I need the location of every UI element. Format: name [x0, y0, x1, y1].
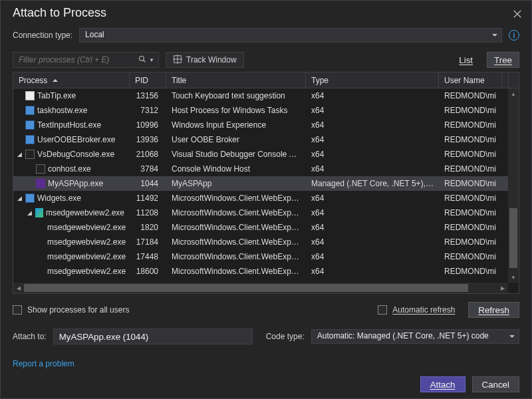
process-type: x64	[306, 91, 439, 100]
list-view-button[interactable]: List	[452, 52, 480, 68]
show-all-users-checkbox[interactable]	[13, 305, 22, 315]
process-pid: 17184	[130, 237, 166, 247]
process-user: REDMOND\mi	[439, 135, 502, 144]
process-row[interactable]: ▶msedgewebview2.exe17184MicrosoftWindows…	[13, 235, 519, 249]
process-name: taskhostw.exe	[37, 106, 87, 115]
process-user: REDMOND\mi	[439, 208, 502, 217]
process-pid: 10996	[130, 120, 166, 130]
tree-view-button[interactable]: Tree	[487, 52, 519, 68]
grid-body[interactable]: ▶TabTip.exe13156Touch Keyboard text sugg…	[13, 88, 519, 293]
process-name: TabTip.exe	[37, 91, 76, 100]
process-type: x64	[306, 267, 439, 276]
process-title: MicrosoftWindows.Client.WebExperi…	[166, 237, 306, 247]
process-row[interactable]: ▶conhost.exe3784Console Window Hostx64RE…	[13, 162, 519, 176]
process-row[interactable]: ▶TabTip.exe13156Touch Keyboard text sugg…	[13, 88, 519, 103]
process-pid: 7312	[130, 106, 166, 115]
scroll-left-icon[interactable]: ◀	[13, 283, 24, 293]
process-row[interactable]: ◢msedgewebview2.exe11208MicrosoftWindows…	[13, 205, 519, 220]
process-type: x64	[306, 208, 439, 217]
process-user: REDMOND\mi	[439, 120, 502, 130]
footer: Attach Cancel	[1, 376, 531, 399]
process-user: REDMOND\mi	[439, 267, 502, 276]
track-window-button[interactable]: Track Window	[166, 52, 244, 68]
dialog-title: Attach to Process	[13, 6, 106, 20]
scroll-down-icon[interactable]: ▼	[508, 272, 519, 283]
process-user: REDMOND\mi	[439, 91, 502, 100]
attach-button[interactable]: Attach	[420, 376, 466, 392]
vertical-scrollbar[interactable]: ▲ ▼	[508, 88, 519, 283]
process-title: Visual Studio Debugger Console App…	[166, 150, 306, 159]
process-title: Host Process for Windows Tasks	[166, 106, 306, 115]
process-type: x64	[306, 150, 439, 159]
process-icon	[25, 135, 35, 144]
process-title: MicrosoftWindows.Client.WebExperi…	[166, 223, 306, 232]
process-icon	[35, 208, 43, 217]
process-row[interactable]: ▶UserOOBEBroker.exe13936User OOBE Broker…	[13, 132, 519, 147]
filter-searchbox[interactable]: ▼	[13, 52, 159, 68]
scroll-thumb-h[interactable]	[24, 284, 468, 292]
process-title: MicrosoftWindows.Client.WebExperi…	[166, 252, 306, 261]
attach-to-input[interactable]	[53, 329, 253, 344]
connection-type-value: Local	[85, 30, 104, 39]
process-icon	[25, 120, 35, 130]
col-header-process[interactable]: Process	[13, 72, 130, 88]
crosshair-icon	[173, 55, 182, 66]
scroll-up-icon[interactable]: ▲	[508, 88, 519, 99]
info-icon[interactable]: i	[509, 30, 519, 41]
process-type: x64	[306, 120, 439, 130]
svg-line-3	[144, 60, 146, 62]
process-icon	[36, 164, 45, 174]
code-type-value: Automatic: Managed (.NET Core, .NET 5+) …	[317, 331, 489, 340]
process-user: REDMOND\mi	[439, 237, 502, 247]
process-grid: Process PID Title Type User Name ▶TabTip…	[13, 72, 519, 294]
attach-to-row: Attach to: Code type: Automatic: Managed…	[1, 322, 531, 351]
process-name: Widgets.exe	[37, 194, 81, 203]
col-header-title[interactable]: Title	[166, 72, 306, 88]
svg-point-2	[140, 56, 144, 61]
scroll-right-icon[interactable]: ▶	[497, 283, 508, 293]
sort-asc-icon	[53, 76, 58, 82]
report-problem-link[interactable]: Report a problem	[1, 351, 531, 376]
process-pid: 11208	[130, 208, 166, 217]
connection-type-label: Connection type:	[13, 31, 72, 40]
auto-refresh-checkbox[interactable]	[378, 305, 387, 315]
process-name: MyASPApp.exe	[48, 179, 103, 188]
filter-input[interactable]	[19, 55, 132, 65]
process-type: Managed (.NET Core, .NET 5+), x64	[306, 179, 439, 188]
process-icon	[25, 150, 35, 159]
process-row[interactable]: ▶msedgewebview2.exe1820MicrosoftWindows.…	[13, 220, 519, 235]
process-name: msedgewebview2.exe	[47, 252, 126, 261]
process-name: msedgewebview2.exe	[47, 267, 126, 276]
connection-type-dropdown[interactable]: Local	[79, 28, 502, 43]
process-title: MicrosoftWindows.Client.WebExperi…	[166, 208, 306, 217]
code-type-dropdown[interactable]: Automatic: Managed (.NET Core, .NET 5+) …	[311, 329, 519, 344]
process-name: msedgewebview2.exe	[47, 223, 126, 232]
process-row[interactable]: ◢Widgets.exe11492MicrosoftWindows.Client…	[13, 191, 519, 205]
tree-toggle-icon[interactable]: ◢	[16, 151, 23, 158]
tree-toggle-icon[interactable]: ◢	[16, 195, 23, 201]
process-row[interactable]: ◢VsDebugConsole.exe21068Visual Studio De…	[13, 147, 519, 162]
cancel-button[interactable]: Cancel	[472, 376, 520, 392]
attach-to-label: Attach to:	[13, 332, 47, 341]
process-name: VsDebugConsole.exe	[37, 150, 114, 159]
col-header-user[interactable]: User Name	[439, 72, 502, 88]
refresh-button[interactable]: Refresh	[468, 302, 519, 318]
tree-toggle-icon[interactable]: ◢	[27, 209, 33, 216]
process-pid: 21068	[130, 150, 166, 159]
process-pid: 13936	[130, 135, 166, 144]
search-dropdown-icon[interactable]: ▼	[149, 57, 154, 63]
process-row[interactable]: ▶TextInputHost.exe10996Windows Input Exp…	[13, 118, 519, 132]
process-row[interactable]: ▶msedgewebview2.exe18600MicrosoftWindows…	[13, 264, 519, 279]
process-pid: 11492	[130, 194, 166, 203]
horizontal-scrollbar[interactable]: ◀ ▶	[13, 283, 508, 293]
process-row[interactable]: ▶msedgewebview2.exe17448MicrosoftWindows…	[13, 249, 519, 264]
process-row[interactable]: ▶MyASPApp.exe1044MyASPAppManaged (.NET C…	[13, 176, 519, 191]
col-header-pid[interactable]: PID	[130, 72, 166, 88]
close-icon[interactable]	[513, 8, 523, 19]
process-type: x64	[306, 135, 439, 144]
process-row[interactable]: ▶taskhostw.exe7312Host Process for Windo…	[13, 103, 519, 118]
col-header-type[interactable]: Type	[306, 72, 439, 88]
process-user: REDMOND\mi	[439, 223, 502, 232]
scroll-thumb[interactable]	[509, 208, 517, 268]
toolbar: ▼ Track Window List Tree	[1, 47, 531, 72]
